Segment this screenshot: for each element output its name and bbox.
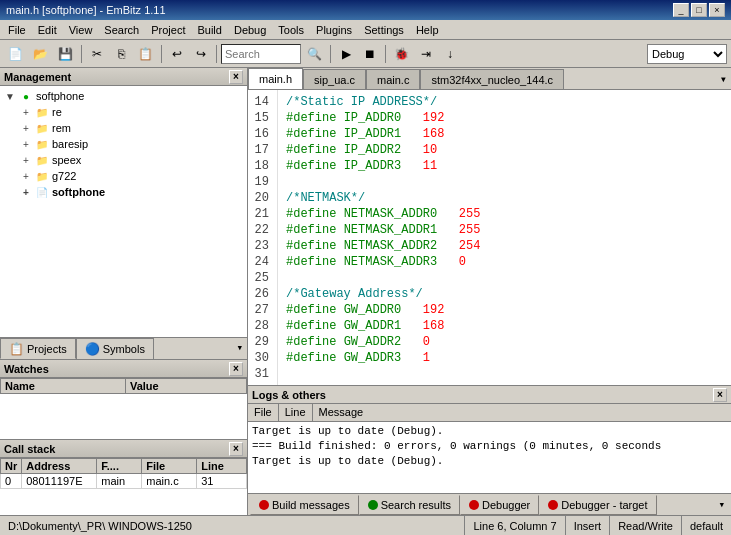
watches-panel: Watches × Name Value [0,360,247,440]
toolbar: 📄 📂 💾 ✂ ⎘ 📋 ↩ ↪ 🔍 ▶ ⏹ 🐞 ⇥ ↓ Debug Releas… [0,40,731,68]
watches-table: Name Value [0,378,247,394]
watches-col-name: Name [1,379,126,394]
folder-icon-g722: 📁 [34,169,50,183]
logs-tab-debugger-target[interactable]: Debugger - target [539,495,656,515]
tree-label-g722: g722 [52,170,76,182]
tree-label-re: re [52,106,62,118]
tree-item-softphone-root[interactable]: ▼ ● softphone [2,88,245,104]
tab-stm32-label: stm32f4xx_nucleo_144.c [431,74,553,86]
logs-tabs-arrow[interactable]: ▾ [714,496,729,513]
code-content[interactable]: /*Static IP ADDRESS*/ #define IP_ADDR0 1… [278,90,731,385]
tree-item-g722[interactable]: + 📁 g722 [2,168,245,184]
management-title: Management [4,71,71,83]
logs-tab-build[interactable]: Build messages [250,495,359,515]
title-bar-controls: _ □ × [673,3,725,17]
menu-plugins[interactable]: Plugins [310,22,358,38]
minimize-button[interactable]: _ [673,3,689,17]
cs-cell-nr: 0 [1,474,22,489]
save-button[interactable]: 💾 [54,43,77,65]
project-tree[interactable]: ▼ ● softphone + 📁 re + 📁 rem [0,86,247,337]
logs-col-message[interactable]: Message [313,404,370,421]
redo-button[interactable]: ↪ [190,43,212,65]
paste-button[interactable]: 📋 [134,43,157,65]
status-bar: D:\Dokumenty\_PR\ WINDOWS-1250 Line 6, C… [0,515,731,535]
tree-item-rem[interactable]: + 📁 rem [2,120,245,136]
logs-tab-debugger[interactable]: Debugger [460,495,539,515]
logs-header: Logs & others × [248,386,731,404]
tree-item-speex[interactable]: + 📁 speex [2,152,245,168]
logs-col-line[interactable]: Line [279,404,313,421]
logs-col-file[interactable]: File [248,404,279,421]
callstack-panel: Call stack × Nr Address F.... File Line … [0,440,247,515]
open-button[interactable]: 📂 [29,43,52,65]
tab-main-c-label: main.c [377,74,409,86]
tab-main-h-label: main.h [259,73,292,85]
search-button[interactable]: 🔍 [303,43,326,65]
cs-cell-line: 31 [197,474,247,489]
cs-row-0[interactable]: 0 08011197E main main.c 31 [1,474,247,489]
tab-main-h[interactable]: main.h [248,68,303,89]
cs-col-nr: Nr [1,459,22,474]
build-status-icon [259,500,269,510]
tree-item-softphone-child[interactable]: + 📄 softphone [2,184,245,200]
undo-button[interactable]: ↩ [166,43,188,65]
close-button[interactable]: × [709,3,725,17]
status-encoding-text: default [690,520,723,532]
logs-close-button[interactable]: × [713,388,727,402]
tab-sip-ua-c[interactable]: sip_ua.c [303,69,366,89]
cut-button[interactable]: ✂ [86,43,108,65]
tab-projects[interactable]: 📋 Projects [0,338,76,359]
callstack-close-button[interactable]: × [229,442,243,456]
title-bar: main.h [softphone] - EmBitz 1.11 _ □ × [0,0,731,20]
tree-item-re[interactable]: + 📁 re [2,104,245,120]
watches-close-button[interactable]: × [229,362,243,376]
search-input[interactable] [221,44,301,64]
tab-main-c[interactable]: main.c [366,69,420,89]
logs-tab-search[interactable]: Search results [359,495,460,515]
menu-view[interactable]: View [63,22,99,38]
stop-button[interactable]: ⏹ [359,43,381,65]
tab-symbols[interactable]: 🔵 Symbols [76,338,154,359]
build-button[interactable]: ▶ [335,43,357,65]
status-path: D:\Dokumenty\_PR\ WINDOWS-1250 [0,516,465,535]
step-over-button[interactable]: ⇥ [415,43,437,65]
tree-label-softphone-child: softphone [52,186,105,198]
management-close-button[interactable]: × [229,70,243,84]
symbols-icon: 🔵 [85,342,100,356]
debug-button[interactable]: 🐞 [390,43,413,65]
main-area: Management × ▼ ● softphone + 📁 re + [0,68,731,515]
menu-help[interactable]: Help [410,22,445,38]
tree-label-rem: rem [52,122,71,134]
menu-tools[interactable]: Tools [272,22,310,38]
expand-icon: + [18,155,34,166]
tree-label-speex: speex [52,154,81,166]
expand-icon: + [18,139,34,150]
maximize-button[interactable]: □ [691,3,707,17]
left-tabs-arrow[interactable]: ▾ [232,338,247,359]
folder-icon-speex: 📁 [34,153,50,167]
menu-edit[interactable]: Edit [32,22,63,38]
code-editor[interactable]: 14 15 16 17 18 19 20 21 22 23 24 25 26 2… [248,90,731,385]
status-mode: Insert [566,516,611,535]
tab-stm32[interactable]: stm32f4xx_nucleo_144.c [420,69,564,89]
menu-debug[interactable]: Debug [228,22,272,38]
editor-tabs-arrow[interactable]: ▾ [716,70,731,89]
watches-header: Watches × [0,360,247,378]
tree-item-baresip[interactable]: + 📁 baresip [2,136,245,152]
menu-search[interactable]: Search [98,22,145,38]
new-button[interactable]: 📄 [4,43,27,65]
menu-build[interactable]: Build [191,22,227,38]
expand-icon: + [18,123,34,134]
menu-file[interactable]: File [2,22,32,38]
left-panel: Management × ▼ ● softphone + 📁 re + [0,68,248,515]
copy-button[interactable]: ⎘ [110,43,132,65]
tab-projects-label: Projects [27,343,67,355]
menu-project[interactable]: Project [145,22,191,38]
menu-settings[interactable]: Settings [358,22,410,38]
debug-mode-select[interactable]: Debug Release [647,44,727,64]
logs-title: Logs & others [252,389,326,401]
step-in-button[interactable]: ↓ [439,43,461,65]
status-access: Read/Write [610,516,682,535]
status-mode-text: Insert [574,520,602,532]
file-icon-softphone: 📄 [34,185,50,199]
